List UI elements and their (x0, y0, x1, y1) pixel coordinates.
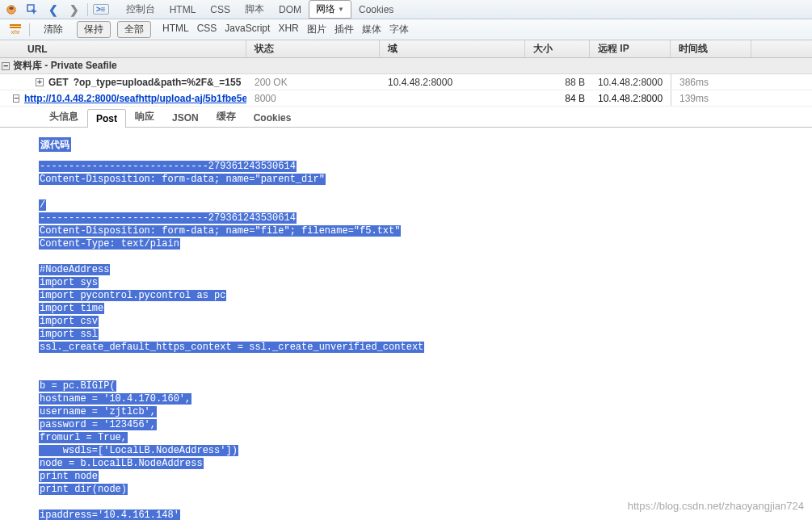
source-code[interactable]: -----------------------------27936124353… (39, 160, 802, 520)
detail-tab-headers[interactable]: 头信息 (40, 106, 87, 127)
request-remote-ip: 10.4.48.2:8000 (590, 90, 671, 106)
filter-js[interactable]: JavaScript (225, 23, 270, 36)
request-time: 139ms (671, 90, 751, 106)
filter-menu: HTML CSS JavaScript XHR 图片 插件 媒体 字体 (162, 23, 409, 36)
expand-icon[interactable]: + (36, 78, 44, 86)
console-toggle-icon[interactable]: >≡ (93, 4, 109, 15)
col-timeline[interactable]: 时间线 (671, 40, 751, 57)
request-status: 200 OK (246, 74, 380, 90)
col-remote-ip[interactable]: 远程 IP (590, 40, 671, 57)
main-toolbar: ❮ ❯ >≡ 控制台 HTML CSS 脚本 DOM 网络▼ Cookies (0, 0, 812, 19)
col-status[interactable]: 状态 (246, 40, 380, 57)
watermark: https://blog.csdn.net/zhaoyangjian724 (628, 500, 804, 512)
network-column-headers: URL 状态 域 大小 远程 IP 时间线 (0, 40, 812, 58)
request-remote-ip: 10.4.48.2:8000 (590, 74, 671, 90)
inspect-icon[interactable] (24, 2, 40, 18)
filter-css[interactable]: CSS (197, 23, 217, 36)
group-row[interactable]: − 资料库 - Private Seafile (0, 58, 812, 74)
tab-network[interactable]: 网络▼ (309, 0, 351, 19)
filter-all-button[interactable]: 全部 (117, 21, 151, 38)
request-size: 84 B (525, 90, 590, 106)
panel-tabs: 控制台 HTML CSS 脚本 DOM 网络▼ Cookies (119, 0, 402, 19)
request-row[interactable]: − http://10.4.48.2:8000/seafhttp/upload-… (0, 90, 812, 107)
filter-fonts[interactable]: 字体 (389, 23, 409, 36)
back-button[interactable]: ❮ (45, 2, 61, 18)
tab-html[interactable]: HTML (162, 0, 204, 19)
collapse-icon[interactable]: − (13, 94, 19, 103)
tab-cookies[interactable]: Cookies (351, 0, 401, 19)
post-source-panel: 源代码 -----------------------------2793612… (0, 128, 812, 520)
source-heading: 源代码 (39, 137, 71, 152)
firebug-icon[interactable] (3, 2, 19, 18)
filter-media[interactable]: 媒体 (362, 23, 381, 36)
tab-css[interactable]: CSS (203, 0, 238, 19)
detail-tab-post[interactable]: Post (87, 109, 126, 128)
filter-plugins[interactable]: 插件 (334, 23, 354, 36)
col-domain[interactable]: 域 (380, 40, 525, 57)
persist-button[interactable]: 保持 (77, 21, 111, 38)
clear-button[interactable]: 清除 (36, 21, 70, 38)
svg-point-1 (9, 6, 13, 10)
col-size[interactable]: 大小 (525, 40, 590, 57)
filter-toolbar: xhr 清除 保持 全部 HTML CSS JavaScript XHR 图片 … (0, 19, 812, 40)
request-url[interactable]: http://10.4.48.2:8000/seafhttp/upload-aj… (24, 93, 246, 104)
tab-script[interactable]: 脚本 (238, 0, 271, 19)
request-row[interactable]: + GET ?op_type=upload&path=%2F&_=155 200… (0, 74, 812, 90)
detail-tabs: 头信息 Post 响应 JSON 缓存 Cookies (0, 107, 812, 128)
request-domain: 10.4.48.2:8000 (380, 74, 525, 90)
filter-html[interactable]: HTML (162, 23, 189, 36)
filter-images[interactable]: 图片 (307, 23, 326, 36)
detail-tab-cookies[interactable]: Cookies (245, 108, 301, 127)
request-method: GET (48, 77, 69, 88)
chevron-down-icon[interactable]: ▼ (338, 6, 344, 13)
detail-tab-response[interactable]: 响应 (126, 106, 163, 127)
detail-tab-cache[interactable]: 缓存 (208, 106, 245, 127)
col-url[interactable]: URL (0, 40, 246, 57)
collapse-icon[interactable]: − (2, 62, 10, 70)
group-label: 资料库 - Private Seafile (13, 59, 117, 73)
detail-tab-json[interactable]: JSON (163, 108, 208, 127)
tab-console[interactable]: 控制台 (119, 0, 162, 19)
request-domain (380, 90, 525, 106)
tab-dom[interactable]: DOM (271, 0, 309, 19)
request-status: 8000 (246, 90, 380, 106)
request-url: ?op_type=upload&path=%2F&_=155 (74, 77, 242, 88)
forward-button[interactable]: ❯ (66, 2, 82, 18)
filter-xhr[interactable]: XHR (278, 23, 298, 36)
request-size: 88 B (525, 74, 590, 90)
xhr-break-icon[interactable]: xhr (8, 24, 23, 36)
request-time: 386ms (671, 74, 751, 90)
